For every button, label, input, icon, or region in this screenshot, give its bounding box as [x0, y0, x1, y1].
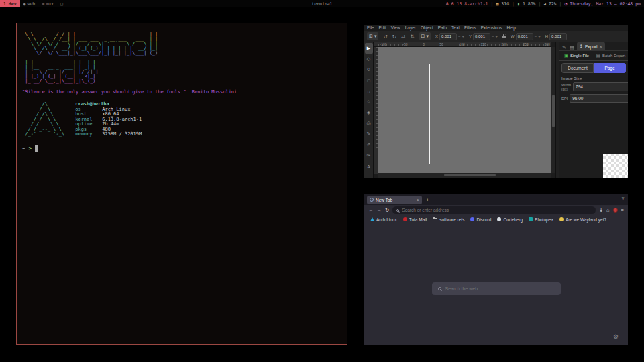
y-coordinate-spinner[interactable]: Y 0.001 − +: [469, 33, 498, 40]
pencil-dock-icon[interactable]: ✎: [561, 45, 567, 50]
browser-window[interactable]: New Tab × + ∨ ← → ↻ ↧ ⌂ ≡ Arch Linux: [364, 194, 628, 345]
tab-single-file[interactable]: ▣ Single File: [559, 51, 594, 60]
workspace-dev[interactable]: 1 dev: [0, 0, 20, 7]
pencil-tool-icon[interactable]: ✐: [365, 139, 373, 150]
arch-icon: Λ: [446, 1, 449, 7]
batch-export-icon: ▤: [596, 53, 600, 58]
codeberg-icon: [497, 217, 501, 221]
downloads-icon[interactable]: ↧: [599, 207, 603, 213]
decrement-icon[interactable]: −: [492, 34, 494, 38]
web-search-input[interactable]: [445, 286, 555, 291]
properties-dock-icon[interactable]: ▤: [569, 45, 575, 50]
workspace-empty[interactable]: □: [57, 0, 66, 7]
close-icon[interactable]: ×: [600, 44, 602, 49]
search-icon: [396, 209, 399, 212]
scrollbar-thumb[interactable]: [552, 95, 555, 127]
tab-batch-export[interactable]: ▤ Batch Export: [594, 51, 628, 60]
drawing-canvas[interactable]: [378, 47, 551, 173]
grid-icon: ⊞: [42, 1, 44, 7]
flip-vertical-icon[interactable]: ⇅: [410, 34, 414, 40]
document-button[interactable]: Document: [561, 63, 594, 73]
bookmark-folder-software-refs[interactable]: software refs: [433, 217, 464, 222]
flip-horizontal-icon[interactable]: ⇄: [401, 34, 405, 40]
bookmark-are-we-wayland-yet[interactable]: Are we Wayland yet?: [559, 217, 606, 222]
menu-icon[interactable]: ≡: [621, 207, 624, 213]
pen-tool-icon[interactable]: ✎: [365, 129, 373, 139]
bookmark-discord[interactable]: Discord: [470, 217, 491, 222]
width-input[interactable]: [573, 82, 628, 91]
rotate-cw-icon[interactable]: ↻: [392, 34, 396, 40]
bookmark-codeberg[interactable]: Codeberg: [497, 217, 523, 222]
bookmark-tuta-mail[interactable]: Tuta Mail: [403, 217, 427, 222]
menu-object[interactable]: Object: [421, 25, 433, 30]
horizontal-ruler: -100 -50 0 50 100 150 200 250 300: [378, 42, 551, 47]
welcome-ascii-art: __ __ _ _ \ \ / / | | | | \ \ /\ / /__| …: [22, 27, 341, 56]
increment-icon[interactable]: +: [462, 34, 465, 38]
chevron-down-icon: ▾: [426, 34, 429, 39]
bookmark-arch-linux[interactable]: Arch Linux: [370, 217, 397, 222]
terminal-window[interactable]: __ __ _ _ \ \ / / | | | | \ \ /\ / /__| …: [16, 23, 347, 345]
menu-text[interactable]: Text: [451, 25, 460, 30]
menu-path[interactable]: Path: [438, 25, 447, 30]
align-dropdown[interactable]: ⊟ ▾: [419, 32, 431, 40]
selector-tool-icon[interactable]: ▶: [365, 43, 373, 54]
menu-layer[interactable]: Layer: [405, 25, 416, 30]
new-tab-button[interactable]: +: [426, 197, 429, 203]
active-tab[interactable]: New Tab ×: [367, 196, 422, 204]
arch-ascii-logo: /\ / \ / /\ \ / / \ \ / / \ \ / / _--_ \…: [22, 102, 64, 137]
disk-icon: ▤: [496, 1, 498, 7]
url-bar[interactable]: [392, 206, 595, 214]
menu-view[interactable]: View: [391, 25, 400, 30]
gear-icon[interactable]: ⚙: [613, 333, 619, 340]
inkscape-window[interactable]: File Edit View Layer Object Path Text Fi…: [364, 25, 628, 178]
back-icon[interactable]: ←: [368, 207, 374, 213]
forward-icon[interactable]: →: [377, 207, 382, 213]
box3d-tool-icon[interactable]: ◈: [365, 107, 373, 118]
width-spinner[interactable]: W 0.001 − +: [511, 33, 541, 40]
bookmark-photopea[interactable]: Photopea: [529, 217, 553, 222]
star-tool-icon[interactable]: ☆: [365, 97, 373, 107]
prompt-symbol: >: [29, 145, 32, 152]
menu-extensions[interactable]: Extensions: [481, 25, 502, 30]
text-cursor: [35, 145, 38, 152]
horizontal-scrollbar[interactable]: [378, 173, 551, 178]
shape-builder-tool-icon[interactable]: ↻: [365, 64, 373, 75]
decrement-icon[interactable]: −: [458, 34, 461, 38]
increment-icon[interactable]: +: [496, 34, 498, 38]
x-coordinate-spinner[interactable]: X 0.001 − +: [435, 33, 464, 40]
workspace-mux[interactable]: ⊞ mux: [38, 0, 57, 7]
page-button[interactable]: Page: [594, 63, 626, 73]
height-spinner[interactable]: H 0.001: [545, 33, 567, 40]
menu-help[interactable]: Help: [507, 25, 516, 30]
home-icon[interactable]: ⌂: [606, 207, 610, 213]
menu-filters[interactable]: Filters: [464, 25, 476, 30]
dpi-input[interactable]: [570, 94, 628, 103]
rectangle-tool-icon[interactable]: □: [365, 75, 373, 86]
fetch-row-memory: memory 3258M / 32019M: [75, 132, 142, 137]
shell-prompt[interactable]: ~ >: [22, 145, 341, 152]
reload-icon[interactable]: ↻: [385, 207, 389, 213]
node-tool-icon[interactable]: ◇: [365, 54, 373, 64]
web-search-box[interactable]: [432, 282, 561, 295]
focused-window-title: terminal: [311, 1, 332, 7]
export-dock-tab[interactable]: ↥ Export ×: [577, 42, 605, 50]
decrement-icon[interactable]: −: [535, 34, 537, 38]
lock-ratio-icon[interactable]: [502, 36, 506, 38]
close-tab-icon[interactable]: ×: [417, 198, 419, 202]
selection-mode-dropdown[interactable]: ⊞ ▾: [367, 32, 378, 40]
rotate-ccw-icon[interactable]: ↺: [383, 34, 387, 40]
menu-edit[interactable]: Edit: [378, 25, 386, 30]
workspace-web[interactable]: ◉ web: [20, 0, 39, 7]
text-tool-icon[interactable]: A: [365, 161, 373, 172]
ellipse-tool-icon[interactable]: ○: [365, 86, 373, 97]
url-input[interactable]: [402, 208, 591, 213]
calligraphy-tool-icon[interactable]: ✑: [365, 150, 373, 161]
clock-icon: ◔: [564, 1, 567, 7]
menu-file[interactable]: File: [367, 25, 374, 30]
scrollbar-thumb[interactable]: [444, 174, 496, 176]
increment-icon[interactable]: +: [538, 34, 541, 38]
extension-icon[interactable]: [613, 208, 618, 213]
spiral-tool-icon[interactable]: ◎: [365, 118, 373, 129]
dpi-field-row: DPI: [559, 93, 628, 105]
list-tabs-chevron-icon[interactable]: ∨: [621, 196, 625, 201]
